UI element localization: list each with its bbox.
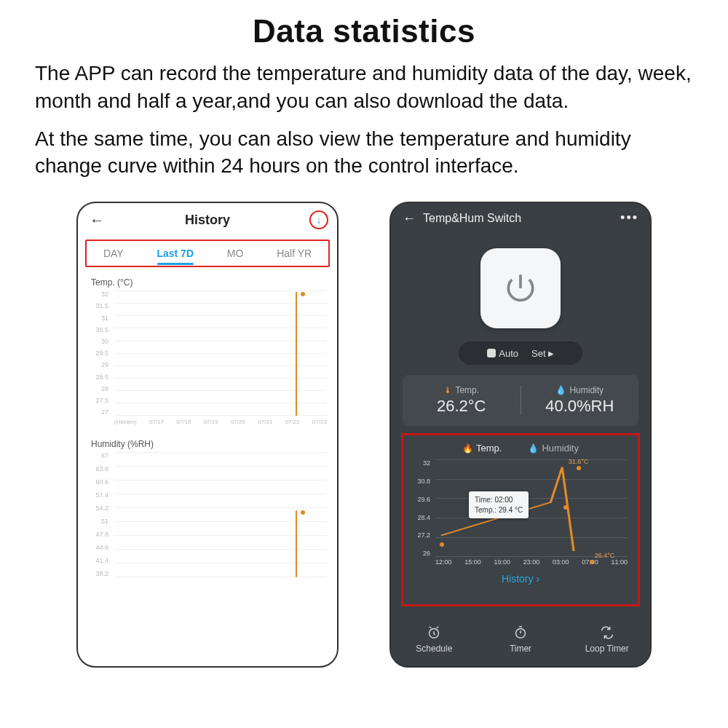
temp-chart-title: Temp. (°C) bbox=[82, 277, 333, 288]
power-button[interactable] bbox=[480, 248, 561, 328]
metric-tab-temp[interactable]: 🔥Temp. bbox=[462, 443, 502, 454]
tab-month[interactable]: MO bbox=[223, 248, 248, 259]
tab-last7d[interactable]: Last 7D bbox=[152, 248, 198, 259]
humidity-chart-block: Humidity (%RH) 6763.8 60.657.4 54.251 47… bbox=[78, 429, 337, 590]
temp-mini-chart: 3231.5 3130.5 3029.5 2928.5 2827.5 27 (H… bbox=[85, 290, 330, 429]
page-title: Data statistics bbox=[0, 0, 728, 50]
history-title: History bbox=[185, 213, 230, 228]
chart-tooltip: Time: 02:00 Temp.: 29.4 °C bbox=[469, 491, 529, 518]
humidity-chart-title: Humidity (%RH) bbox=[82, 439, 333, 449]
metric-tab-humidity[interactable]: 💧Humidity bbox=[528, 443, 579, 454]
curve-panel: 🔥Temp. 💧Humidity 3230.8 29.628.4 27.226 … bbox=[401, 433, 640, 606]
description-2: At the same time, you can also view the … bbox=[0, 115, 728, 181]
tab-half-year[interactable]: Half YR bbox=[272, 248, 316, 259]
more-icon[interactable]: ••• bbox=[620, 210, 638, 226]
timer-icon bbox=[513, 625, 529, 641]
nav-loop-timer[interactable]: Loop Timer bbox=[563, 612, 650, 666]
temp-chart-block: Temp. (°C) 3231.5 3130.5 3029.5 2928.5 2… bbox=[78, 267, 337, 429]
switch-title: Temp&Hum Switch bbox=[423, 212, 521, 225]
description-1: The APP can record the temperature and h… bbox=[0, 50, 728, 115]
range-tabs: DAY Last 7D MO Half YR bbox=[85, 240, 330, 267]
readings-panel: 🌡Temp. 26.2°C 💧Humidity 40.0%RH bbox=[403, 375, 638, 426]
back-icon[interactable]: ← bbox=[90, 212, 104, 229]
history-link[interactable]: History › bbox=[409, 573, 632, 585]
power-icon bbox=[502, 270, 539, 306]
alarm-icon bbox=[426, 625, 442, 641]
droplet-icon: 💧 bbox=[555, 385, 566, 395]
mode-auto[interactable]: Auto bbox=[487, 348, 518, 359]
humidity-reading: 💧Humidity 40.0%RH bbox=[521, 385, 639, 416]
metric-tabs: 🔥Temp. 💧Humidity bbox=[409, 443, 632, 454]
bottom-nav: Schedule Timer Loop Timer bbox=[391, 612, 650, 666]
nav-schedule[interactable]: Schedule bbox=[391, 612, 478, 666]
humidity-mini-chart: 6763.8 60.657.4 54.251 47.844.6 41.438.2 bbox=[85, 452, 330, 590]
history-header: ← History ↓ bbox=[78, 203, 337, 237]
tab-day[interactable]: DAY bbox=[99, 248, 128, 259]
back-icon[interactable]: ← bbox=[403, 211, 416, 226]
download-icon[interactable]: ↓ bbox=[309, 210, 328, 229]
thermometer-icon: 🌡 bbox=[443, 385, 452, 395]
history-screen: ← History ↓ DAY Last 7D MO Half YR Temp.… bbox=[76, 202, 339, 668]
temp-polyline bbox=[435, 459, 628, 557]
curve-chart: 3230.8 29.628.4 27.226 12:0015:00 19:002… bbox=[412, 459, 629, 569]
switch-screen: ← Temp&Hum Switch ••• Auto Set▶ 🌡Temp. 2… bbox=[389, 202, 652, 668]
temp-reading: 🌡Temp. 26.2°C bbox=[403, 385, 521, 416]
nav-timer[interactable]: Timer bbox=[478, 612, 564, 666]
loop-icon bbox=[599, 625, 615, 641]
mode-set[interactable]: Set▶ bbox=[531, 348, 554, 359]
mode-selector[interactable]: Auto Set▶ bbox=[459, 341, 582, 365]
switch-header: ← Temp&Hum Switch ••• bbox=[391, 203, 650, 234]
